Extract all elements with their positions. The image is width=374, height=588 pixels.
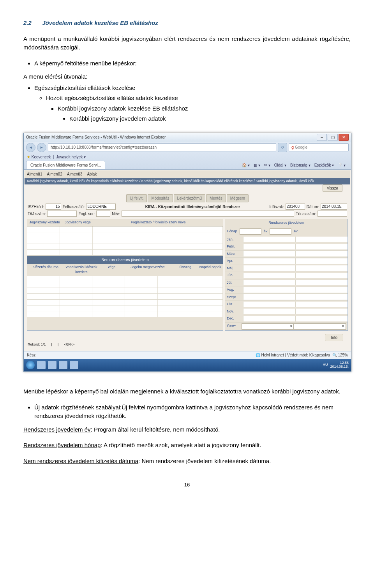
- favorites-item[interactable]: Javasolt helyek: [56, 155, 83, 159]
- date-field[interactable]: 2014.08.15.: [321, 204, 347, 210]
- month-label: Jan.: [225, 236, 243, 243]
- month-cell[interactable]: [243, 244, 295, 249]
- month-cell[interactable]: [243, 273, 295, 278]
- month-cell[interactable]: [295, 251, 348, 256]
- menu-path-l2-text: Hozott egészségbiztosítási ellátás adato…: [46, 95, 178, 101]
- cancel-button[interactable]: Mégsem: [227, 194, 249, 202]
- menu-item[interactable]: Almenü3: [67, 171, 82, 177]
- month-cell[interactable]: [243, 287, 295, 293]
- left-top-headers: Jogviszony kezdete Jogviszony vége Fogla…: [27, 219, 223, 226]
- tools-menu[interactable]: Eszközök ▾: [314, 162, 334, 168]
- torzs-field[interactable]: [318, 211, 347, 217]
- close-button[interactable]: ✕: [339, 134, 349, 141]
- start-button[interactable]: [26, 361, 35, 369]
- date-label: Dátum:: [307, 204, 319, 210]
- month-cell[interactable]: [243, 265, 295, 271]
- back-link-button[interactable]: Vissza: [323, 184, 342, 192]
- month-cell[interactable]: [295, 280, 348, 285]
- page-menu[interactable]: Oldal ▾: [274, 162, 286, 168]
- taskbar-app-other[interactable]: [70, 361, 78, 369]
- maximize-button[interactable]: ▢: [328, 134, 338, 141]
- month-cell[interactable]: [295, 294, 348, 300]
- irregular-income-grid[interactable]: [27, 276, 223, 317]
- period-label: Időszak:: [270, 204, 284, 210]
- year1-field[interactable]: [240, 228, 261, 235]
- menu-path-l1: Egészségbiztosítási ellátások kezelése H…: [34, 84, 351, 123]
- col-header: Jogviszony vége: [62, 220, 94, 225]
- month-cell[interactable]: [295, 237, 348, 242]
- left-panel: Jogviszony kezdete Jogviszony vége Fogla…: [27, 219, 223, 331]
- home-icon[interactable]: 🏠 ▾: [242, 162, 250, 168]
- favorites-label[interactable]: Kedvencek: [32, 155, 51, 159]
- sum-label: Össz:: [227, 324, 242, 329]
- taskbar-app-word[interactable]: [59, 361, 67, 369]
- iszh-field[interactable]: 15: [46, 204, 61, 210]
- star-icon: ★: [27, 155, 30, 159]
- month-cell[interactable]: [295, 265, 348, 271]
- minimize-button[interactable]: –: [317, 134, 327, 141]
- search-field[interactable]: g Google: [289, 143, 349, 151]
- section-heading: 2.2 Jövedelem adatok kezelése EB ellátás…: [23, 19, 351, 28]
- month-cell[interactable]: [295, 316, 348, 321]
- year2-label: év: [294, 229, 298, 234]
- right-panel: Rendszeres jövedelem Hónap év év Jan. Fe…: [225, 219, 348, 331]
- month-cell[interactable]: [295, 258, 348, 264]
- new-button[interactable]: Új felvit.: [126, 194, 147, 202]
- month-cell[interactable]: [295, 309, 348, 314]
- refresh-button[interactable]: ↻: [278, 143, 287, 152]
- month-grid: Jan. Febr. Márc. Ápr. Máj. Jún. Júl. Aug…: [225, 236, 348, 323]
- sum-row: Össz: 0 0: [225, 323, 348, 330]
- menu-item[interactable]: Almenü1: [27, 171, 42, 177]
- month-cell[interactable]: [295, 244, 348, 249]
- month-cell[interactable]: [243, 316, 295, 321]
- edit-button[interactable]: Módosítás: [148, 194, 173, 202]
- year2-field[interactable]: [270, 228, 291, 235]
- feed-icon[interactable]: ▦ ▾: [254, 162, 260, 168]
- taskbar-app-explorer[interactable]: [48, 361, 56, 369]
- safety-menu[interactable]: Biztonság ▾: [290, 162, 310, 168]
- user-field[interactable]: LODORNE: [86, 204, 116, 210]
- name-field[interactable]: [122, 211, 295, 217]
- month-cell[interactable]: [243, 280, 295, 285]
- page-number: 16: [23, 481, 351, 489]
- month-label: Jún.: [225, 272, 243, 279]
- menu-item[interactable]: Almenü2: [47, 171, 62, 177]
- month-cell[interactable]: [295, 273, 348, 278]
- month-cell[interactable]: [243, 309, 295, 314]
- month-cell[interactable]: [243, 237, 295, 242]
- forward-button[interactable]: ►: [37, 143, 46, 152]
- foglsor-field[interactable]: [96, 211, 110, 217]
- system-clock[interactable]: 12:58 2014.08.15.: [330, 361, 349, 369]
- month-cell[interactable]: [243, 251, 295, 256]
- query-button[interactable]: Lekérdezötmű: [174, 194, 205, 202]
- employment-grid[interactable]: [27, 226, 223, 256]
- taskbar-app-ie[interactable]: [37, 361, 46, 369]
- menu-path-l1-text: Egészségbiztosítási ellátások kezelése: [34, 84, 135, 91]
- save-button[interactable]: Mentés: [206, 194, 226, 202]
- month-cell[interactable]: [243, 294, 295, 300]
- month-cell[interactable]: [295, 287, 348, 293]
- mail-icon[interactable]: ✉ ▾: [264, 162, 270, 168]
- menu-item[interactable]: Ablak: [87, 171, 97, 177]
- taj-field[interactable]: [47, 211, 77, 217]
- browser-tab-label: Oracle Fusion Middleware Forms Servi...: [30, 163, 101, 167]
- month-cell[interactable]: [243, 258, 295, 264]
- breadcrumb: Korábbi jogviszony adatok, kieső idők és…: [25, 178, 350, 185]
- month-label: Júl.: [225, 279, 243, 286]
- lang-indicator[interactable]: HU: [323, 362, 328, 368]
- month-cell[interactable]: [295, 302, 348, 307]
- month-label: Febr.: [225, 243, 243, 250]
- info-button[interactable]: Infó: [325, 334, 343, 341]
- month-cell[interactable]: [243, 302, 295, 307]
- month-label: Hónap: [227, 229, 237, 234]
- sum1-field: 0: [242, 323, 294, 330]
- status-left: Kész: [27, 352, 35, 358]
- help-icon[interactable]: ❔ ▾: [338, 162, 346, 168]
- zoom-indicator[interactable]: 🔍 125%: [332, 352, 348, 358]
- address-bar[interactable]: http://10.10.10.10:8888/forms/frmservlet…: [48, 143, 276, 151]
- taj-label: TAJ szám:: [28, 211, 46, 217]
- browser-tab[interactable]: Oracle Fusion Middleware Forms Servi...: [26, 161, 105, 169]
- back-button[interactable]: ◄: [26, 143, 35, 152]
- rule-1-label: Rendszeres jövedelem év: [23, 426, 91, 433]
- period-field[interactable]: 201408: [286, 204, 305, 210]
